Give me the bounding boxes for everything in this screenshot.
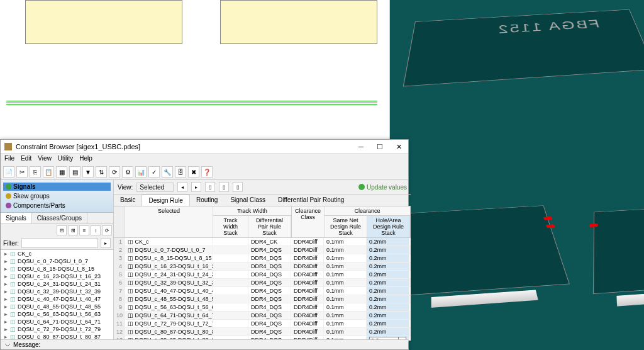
cell-cc[interactable]: DDR4Diff — [291, 303, 324, 311]
tool-cut-icon[interactable]: ✂ — [16, 166, 28, 178]
tree-collapse-icon[interactable]: ⊟ — [57, 225, 67, 235]
expand-icon[interactable]: ▸ — [3, 258, 8, 264]
constraint-grid[interactable]: Selected Track Width Track Width Stack D… — [114, 206, 411, 341]
panel-option-components-parts[interactable]: Components/Parts — [3, 201, 111, 210]
expand-icon[interactable]: ▸ — [3, 311, 8, 317]
tab-signals[interactable]: Signals — [1, 213, 32, 223]
tool-filter-icon[interactable]: ▼ — [82, 166, 94, 178]
cell-cc[interactable]: DDR4Diff — [291, 295, 324, 303]
expand-icon[interactable]: ▸ — [3, 296, 8, 302]
cell-holearea[interactable]: 0.2mm — [367, 328, 409, 336]
schematic-canvas[interactable] — [0, 0, 390, 139]
tree-item[interactable]: ▸◫DQSU_c_16_23-DQSU_t_16_23 — [1, 273, 113, 280]
cell-tw[interactable] — [213, 279, 248, 286]
cell-samenet[interactable]: 0.1mm — [324, 262, 367, 270]
menu-utility[interactable]: Utility — [58, 155, 73, 164]
maximize-button[interactable]: ☐ — [370, 140, 389, 154]
tree-expand-icon[interactable]: ⊞ — [68, 225, 78, 235]
tool-table-icon[interactable]: ▦ — [56, 166, 67, 178]
tree-item[interactable]: ▸◫DQSU_c_56_63-DQSU_t_56_63 — [1, 310, 113, 318]
col-clearance-class[interactable]: Clearance Class — [292, 206, 325, 237]
tree-item[interactable]: ▸◫DQSU_c_72_79-DQSU_t_72_79 — [1, 325, 113, 333]
grid-row[interactable]: 4◫ DQSU_c_16_23-DQSU_t_16_23DDR4_DQSDDR4… — [114, 262, 411, 271]
grid-row[interactable]: 5◫ DQSU_c_24_31-DQSU_t_24_31DDR4_DQSDDR4… — [114, 271, 411, 279]
cell-cc[interactable]: DDR4Diff — [291, 271, 324, 278]
view-prev-icon[interactable]: ◂ — [177, 182, 187, 192]
cell-holearea[interactable]: 0.2mm — [367, 312, 409, 319]
grid-row[interactable]: 12◫ DQSU_c_80_87-DQSU_t_80_87DDR4_DQSDDR… — [114, 328, 411, 336]
menu-edit[interactable]: Edit — [21, 155, 31, 164]
cell-samenet[interactable]: 0.1mm — [324, 246, 367, 254]
grid-row[interactable]: 11◫ DQSU_c_72_79-DQSU_t_72_79DDR4_DQSDDR… — [114, 320, 411, 328]
cell-samenet[interactable]: 0.1mm — [324, 238, 367, 246]
cell-dp[interactable]: DDR4_DQS — [248, 246, 291, 254]
tool-db-icon[interactable]: 🗄 — [175, 166, 186, 178]
cell-tw[interactable] — [213, 262, 248, 270]
data-tab-differential-pair-routing[interactable]: Differential Pair Routing — [272, 195, 350, 206]
cell-tw[interactable] — [213, 320, 248, 327]
expand-icon[interactable]: ▸ — [3, 303, 8, 310]
cell-holearea[interactable]: 0.2mm — [367, 246, 409, 254]
cell-tw[interactable] — [213, 287, 248, 295]
grid-row[interactable]: 9◫ DQSU_c_56_63-DQSU_t_56_63DDR4_DQSDDR4… — [114, 303, 411, 312]
view-col1-icon[interactable]: ▯ — [205, 182, 215, 192]
menu-help[interactable]: Help — [79, 155, 92, 164]
titlebar[interactable]: Constraint Browser [sigex1_USBC.pdes] ─ … — [1, 140, 408, 154]
cell-dp[interactable]: DDR4_DQS — [248, 254, 291, 262]
cell-dp[interactable]: DDR4_CK — [248, 238, 291, 246]
col-tw-stack[interactable]: Track Width Stack — [213, 216, 248, 237]
expand-icon[interactable]: ▸ — [3, 326, 8, 332]
cell-dp[interactable]: DDR4_DQS — [248, 320, 291, 327]
grid-row[interactable]: 10◫ DQSU_c_64_71-DQSU_t_64_71DDR4_DQSDDR… — [114, 312, 411, 320]
cell-selected[interactable]: ◫ DQSU_c_80_87-DQSU_t_80_87 — [125, 328, 213, 336]
cell-holearea[interactable]: 0.2mm — [367, 238, 409, 246]
tool-paste-icon[interactable]: 📋 — [43, 166, 54, 178]
minimize-button[interactable]: ─ — [352, 140, 370, 154]
tree-item[interactable]: ▸◫DQSU_c_32_39-DQSU_t_32_39 — [1, 288, 113, 295]
cell-selected[interactable]: ◫ DQSU_c_0_7-DQSU_t_0_7 — [125, 246, 213, 254]
cell-selected[interactable]: ◫ DQSU_c_48_55-DQSU_t_48_55 — [125, 295, 213, 303]
cell-selected[interactable]: ◫ DQSU_c_24_31-DQSU_t_24_31 — [125, 271, 213, 278]
cell-cc[interactable]: DDR4Diff — [291, 238, 324, 246]
grid-row[interactable]: 1◫ CK_cDDR4_CKDDR4Diff0.1mm0.2mm — [114, 238, 411, 246]
tab-classes-groups[interactable]: Classes/Groups — [32, 213, 87, 223]
cell-cc[interactable]: DDR4Diff — [291, 246, 324, 254]
tree-item[interactable]: ▸◫DQSU_c_48_55-DQSU_t_48_55 — [1, 303, 113, 310]
col-dp-stack[interactable]: Differential Pair Rule Stack — [248, 216, 291, 237]
grid-row[interactable]: 7◫ DQSU_c_40_47-DQSU_t_40_47DDR4_DQSDDR4… — [114, 287, 411, 295]
data-tab-signal-class[interactable]: Signal Class — [224, 195, 272, 206]
expand-icon[interactable]: ▸ — [3, 288, 8, 295]
data-tab-basic[interactable]: Basic — [114, 195, 142, 206]
tree-refresh-icon[interactable]: ⟳ — [102, 225, 112, 235]
cell-dp[interactable]: DDR4_DQS — [248, 328, 291, 336]
cell-selected[interactable]: ◫ DQSU_c_56_63-DQSU_t_56_63 — [125, 303, 213, 311]
cell-samenet[interactable]: 0.1mm — [324, 279, 367, 286]
cell-tw[interactable] — [213, 238, 248, 246]
data-tab-design-rule[interactable]: Design Rule — [142, 195, 189, 206]
tool-table2-icon[interactable]: ▤ — [69, 166, 80, 178]
cell-holearea[interactable]: 0.2mm — [367, 320, 409, 327]
tool-refresh-icon[interactable]: ⟳ — [109, 166, 120, 178]
tool-gear-icon[interactable]: ⚙ — [122, 166, 133, 178]
tool-help-icon[interactable]: ❓ — [201, 166, 213, 178]
expand-icon[interactable]: ▸ — [3, 251, 8, 257]
cell-selected[interactable]: ◫ CK_c — [125, 238, 213, 246]
cell-holearea[interactable]: 0.2mm — [367, 262, 409, 270]
cell-dp[interactable]: DDR4_DQS — [248, 295, 291, 303]
cell-holearea[interactable]: 0.2mm — [367, 295, 409, 303]
cell-samenet[interactable]: 0.1mm — [324, 303, 367, 311]
expand-icon[interactable]: ▸ — [3, 319, 8, 325]
cell-samenet[interactable]: 0.1mm — [324, 295, 367, 303]
tree-item[interactable]: ▸◫DQSU_c_64_71-DQSU_t_64_71 — [1, 318, 113, 325]
cell-dp[interactable]: DDR4_DQS — [248, 287, 291, 295]
tree-item[interactable]: ▸◫CK_c — [1, 250, 113, 257]
panel-option-skew-groups[interactable]: Skew groups — [3, 192, 111, 200]
menu-view[interactable]: View — [38, 155, 52, 164]
tree-sort-icon[interactable]: ↕ — [91, 225, 101, 235]
expand-icon[interactable]: ▸ — [3, 281, 8, 287]
cell-cc[interactable]: DDR4Diff — [291, 320, 324, 327]
data-tab-routing[interactable]: Routing — [190, 195, 224, 206]
cell-dp[interactable]: DDR4_DQS — [248, 262, 291, 270]
3d-viewport[interactable]: FBGA 1152 — [390, 0, 644, 350]
cell-holearea[interactable]: 0.2mm — [367, 303, 409, 311]
